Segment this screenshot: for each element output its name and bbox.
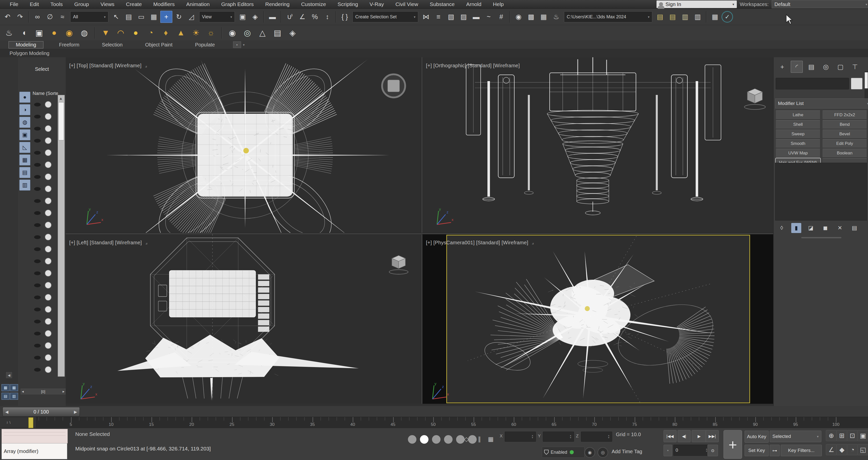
maximize-viewport-icon[interactable]: ◱: [858, 444, 868, 455]
freeze-toggle-icon[interactable]: [45, 173, 52, 180]
pan-icon[interactable]: ◆: [836, 444, 847, 455]
coordinate-system-dropdown[interactable]: View▾: [199, 11, 235, 22]
hide-toggle-icon[interactable]: [34, 223, 41, 227]
freeze-toggle-icon[interactable]: [45, 149, 52, 156]
object-color-swatch[interactable]: [851, 78, 863, 89]
zoom-extents-icon[interactable]: ⊡: [847, 430, 858, 441]
time-tag-clock-icon[interactable]: ◎: [597, 447, 608, 458]
add-time-tag[interactable]: Add Time Tag: [612, 449, 642, 455]
vray-sun-icon[interactable]: ☀: [189, 27, 203, 39]
ribbon-tab-selection[interactable]: Selection: [95, 41, 129, 48]
hide-toggle-icon[interactable]: [34, 187, 41, 191]
vray-dome-light-icon[interactable]: ◠: [114, 27, 127, 39]
angle-snap-icon[interactable]: ∠: [296, 11, 308, 23]
modifier-button-lathe[interactable]: Lathe: [776, 111, 820, 119]
ribbon-minimize-icon[interactable]: ▪: [233, 41, 241, 48]
viewport-layout-tab-icon[interactable]: ▦: [1, 384, 9, 391]
display-lights-icon[interactable]: ◍: [19, 117, 30, 128]
freeze-toggle-icon[interactable]: [45, 233, 52, 240]
snaps-toggle-icon[interactable]: ∪3: [284, 11, 296, 23]
set-keys-button[interactable]: +: [723, 430, 742, 459]
modifier-button-edit-poly[interactable]: Edit Poly: [822, 139, 867, 148]
render-setup-icon[interactable]: ▩: [525, 11, 537, 23]
select-object-icon[interactable]: ↖: [110, 11, 122, 23]
transform-gizmo-icon[interactable]: ◇: [464, 436, 469, 443]
window-crossing-icon[interactable]: ▦: [148, 11, 160, 23]
display-helpers-icon[interactable]: ◺: [19, 142, 30, 153]
scrollbar-thumb[interactable]: [58, 102, 64, 140]
delete-modifier-icon[interactable]: ✕: [835, 223, 845, 233]
menu-tools[interactable]: Tools: [45, 0, 68, 8]
physical-camera-icon[interactable]: ◉: [226, 27, 239, 39]
pin-stack-icon[interactable]: ◊: [777, 223, 787, 233]
key-mode-dropdown[interactable]: Selected▾: [770, 431, 822, 442]
display-cameras-icon[interactable]: ▣: [19, 129, 30, 140]
scene-script-icon[interactable]: ▦: [709, 11, 721, 23]
hide-toggle-icon[interactable]: [34, 175, 41, 179]
make-unique-icon[interactable]: ◪: [806, 223, 816, 233]
workspace-dropdown[interactable]: Default ▾: [772, 0, 868, 8]
modifier-button-ffd-2x2x2[interactable]: FFD 2x2x2: [822, 111, 867, 119]
hide-toggle-icon[interactable]: [34, 115, 41, 118]
menu-graph-editors[interactable]: Graph Editors: [216, 0, 260, 8]
display-tab[interactable]: ▢: [834, 61, 846, 73]
freeze-toggle-icon[interactable]: [45, 137, 52, 144]
freeze-toggle-icon[interactable]: [45, 306, 52, 313]
zoom-extents-all-icon[interactable]: ▣: [858, 430, 868, 441]
hide-toggle-icon[interactable]: [34, 295, 41, 299]
current-frame-marker[interactable]: [28, 417, 33, 428]
freeze-toggle-icon[interactable]: [45, 354, 52, 361]
freeze-toggle-icon[interactable]: [45, 270, 52, 277]
edit-named-selections-icon[interactable]: { }: [339, 11, 351, 23]
menu-edit[interactable]: Edit: [24, 0, 45, 8]
sign-in-button[interactable]: Sign In ▾: [656, 0, 737, 8]
menu-substance[interactable]: Substance: [424, 0, 460, 8]
ribbon-tab-modeling[interactable]: Modeling: [8, 41, 43, 49]
vray-material-icon[interactable]: ◍: [78, 27, 91, 39]
modify-tab[interactable]: ◜: [791, 61, 803, 73]
spinner-snap-icon[interactable]: ↕: [321, 11, 333, 23]
hide-toggle-icon[interactable]: [34, 320, 41, 323]
freeze-toggle-icon[interactable]: [45, 197, 52, 204]
vray-ies-light-icon[interactable]: ♦: [159, 27, 172, 39]
arnold-check-icon[interactable]: ✓: [721, 11, 733, 23]
selection-lock-icon[interactable]: ∥: [478, 436, 481, 443]
display-materials-icon[interactable]: ▥: [19, 179, 30, 191]
freeze-toggle-icon[interactable]: [45, 209, 52, 217]
shell-material-icon[interactable]: ◈: [286, 27, 299, 39]
listener-script-pane[interactable]: Array (modifier): [1, 443, 67, 459]
freeze-toggle-icon[interactable]: [45, 330, 52, 337]
vray-teapot-icon[interactable]: ♨: [2, 27, 16, 39]
modifier-button-boolean[interactable]: Boolean: [822, 149, 867, 158]
go-to-start-button[interactable]: |◀◀: [663, 430, 677, 442]
fov-icon[interactable]: ∠: [826, 444, 837, 455]
maxscript-mini-listener[interactable]: Array (modifier): [1, 429, 67, 460]
coord-field-x[interactable]: ▲▼: [505, 432, 536, 442]
menu-animation[interactable]: Animation: [180, 0, 215, 8]
current-frame-field[interactable]: 0▲▼: [673, 445, 710, 456]
orbit-icon[interactable]: ◔: [847, 444, 858, 455]
keyboard-override-icon[interactable]: ▬: [267, 11, 278, 23]
link-icon[interactable]: ∞: [31, 11, 43, 23]
scroll-left-icon[interactable]: ◂: [22, 389, 24, 394]
rollout-divider-handle[interactable]: [801, 237, 841, 238]
viewport-layout-tab-icon[interactable]: ▤: [1, 393, 9, 400]
render-production-icon[interactable]: ♨: [550, 11, 562, 23]
bind-spacewarp-icon[interactable]: ≈: [57, 11, 68, 23]
viewport-layout-tab-icon[interactable]: ▥: [10, 393, 18, 400]
selection-filter-dropdown[interactable]: All▾: [70, 11, 108, 22]
freeze-toggle-icon[interactable]: [45, 282, 52, 289]
utilities-tab[interactable]: ⊤: [849, 61, 861, 73]
hide-toggle-icon[interactable]: [34, 211, 41, 215]
vray-swoosh-icon[interactable]: ◖: [18, 27, 31, 39]
selection-region-icon[interactable]: ▭: [135, 11, 147, 23]
modifier-button-uvw-map[interactable]: UVW Map: [776, 149, 820, 158]
freeze-toggle-icon[interactable]: [45, 318, 52, 325]
vray-funnel-light-icon[interactable]: ▼: [99, 27, 112, 39]
menu-file[interactable]: File: [4, 0, 24, 8]
vray-light-lister-icon[interactable]: ●: [48, 27, 61, 39]
modifier-button-smooth[interactable]: Smooth: [776, 139, 820, 148]
menu-rendering[interactable]: Rendering: [259, 0, 295, 8]
named-selection-sets-dropdown[interactable]: Create Selection Set▾: [352, 11, 418, 22]
explorer-hscroll[interactable]: ◂ [0] ▸: [20, 388, 66, 395]
